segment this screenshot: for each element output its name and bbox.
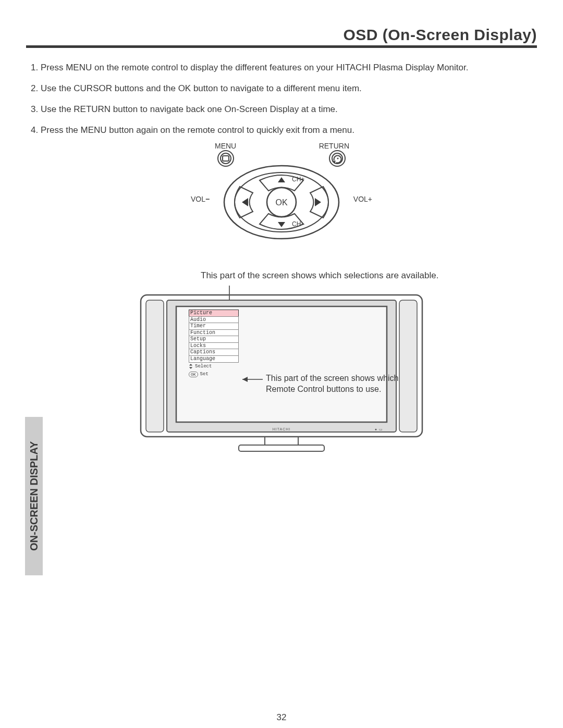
caption-top: This part of the screen shows which sele… xyxy=(201,270,537,281)
triangle-right-icon xyxy=(315,198,321,206)
caption-right: This part of the screen shows which Remo… xyxy=(266,373,427,395)
svg-rect-15 xyxy=(239,445,324,451)
triangle-down-icon xyxy=(278,222,285,227)
instruction-list: Press MENU on the remote control to disp… xyxy=(26,63,537,135)
triangle-up-icon xyxy=(278,177,285,182)
svg-rect-2 xyxy=(223,156,229,161)
return-label: RETURN xyxy=(319,142,349,150)
page-title: OSD (On-Screen Display) xyxy=(26,26,537,48)
return-button-icon xyxy=(329,151,345,166)
osd-item-language: Language xyxy=(189,355,239,363)
vol-plus-label: VOL+ xyxy=(353,195,372,203)
tv-led-icon: ● ▭ xyxy=(375,427,383,431)
instruction-step: Press MENU on the remote control to disp… xyxy=(41,63,537,73)
ch-minus-label: CH− xyxy=(292,220,304,228)
side-tab: ON-SCREEN DISPLAY xyxy=(25,417,43,575)
svg-rect-13 xyxy=(399,300,417,432)
remote-diagram: MENU RETURN VOL− VOL+ OK xyxy=(203,150,360,249)
svg-rect-12 xyxy=(146,300,164,432)
ch-plus-label: CH+ xyxy=(292,176,304,183)
osd-menu: Picture Audio Timer Function Setup Locks… xyxy=(189,310,239,377)
svg-point-6 xyxy=(337,158,339,159)
ok-label: OK xyxy=(275,198,287,207)
tv-brand-label: HITACHI xyxy=(136,427,427,431)
instruction-step: Use the RETURN button to navigate back o… xyxy=(41,104,537,115)
menu-label: MENU xyxy=(215,142,236,150)
instruction-step: Use the CURSOR buttons and the OK button… xyxy=(41,83,537,94)
osd-hint-set: OK Set xyxy=(189,371,239,377)
instruction-step: Press the MENU button again on the remot… xyxy=(41,125,537,135)
tv-diagram: Picture Audio Timer Function Setup Locks… xyxy=(136,286,427,458)
menu-button-icon xyxy=(218,151,234,166)
svg-marker-19 xyxy=(189,367,192,369)
svg-marker-18 xyxy=(189,364,192,365)
triangle-left-icon xyxy=(242,198,248,206)
tv-svg xyxy=(136,286,427,458)
svg-rect-14 xyxy=(265,437,298,445)
page-number: 32 xyxy=(0,712,563,723)
osd-hint-select: Select xyxy=(189,363,239,369)
vol-minus-label: VOL− xyxy=(191,195,210,203)
